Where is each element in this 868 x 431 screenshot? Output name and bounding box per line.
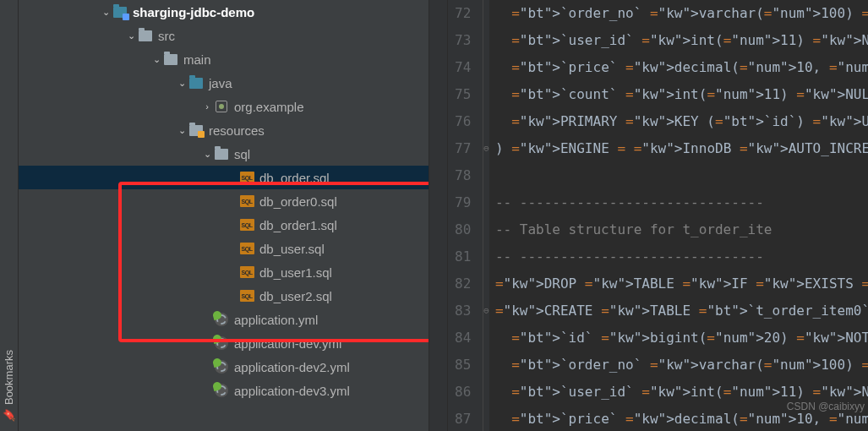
tree-item-label: application-dev2.yml	[234, 360, 429, 374]
yml-file-icon	[214, 359, 229, 374]
sql-file-icon: SQL	[239, 194, 254, 209]
tree-item-label: resources	[209, 123, 429, 138]
tree-folder-resources[interactable]: ⌄ resources	[19, 118, 429, 142]
tree-item-label: db_user2.sql	[259, 289, 429, 303]
tree-file-sql[interactable]: SQL db_order1.sql	[19, 213, 429, 237]
sql-file-icon: SQL	[239, 170, 254, 185]
tree-file-yml[interactable]: application-dev2.yml	[19, 355, 429, 379]
tree-item-label: db_order1.sql	[259, 218, 429, 232]
folder-icon	[138, 28, 153, 43]
tree-item-label: application.yml	[234, 313, 429, 327]
tree-folder-src[interactable]: ⌄ src	[19, 24, 429, 47]
yml-file-icon	[214, 312, 229, 327]
chevron-down-icon: ⌄	[99, 7, 112, 18]
sql-file-icon: SQL	[239, 217, 254, 232]
tree-folder-main[interactable]: ⌄ main	[19, 47, 429, 71]
tree-item-label: main	[183, 52, 429, 67]
tree-item-label: db_order0.sql	[259, 194, 429, 209]
tree-file-sql[interactable]: SQL db_order0.sql	[19, 189, 429, 213]
folder-icon	[163, 52, 178, 67]
chevron-down-icon: ⌄	[150, 54, 163, 65]
bookmarks-label: 🔖Bookmarks	[3, 350, 15, 423]
line-number-gutter: 72737475767778798081828384858687	[448, 0, 483, 431]
resources-folder-icon	[188, 123, 204, 138]
code-editor[interactable]: 72737475767778798081828384858687 ⊖⊖ ="bt…	[448, 0, 868, 431]
folder-icon	[188, 75, 204, 90]
tree-file-sql[interactable]: SQL db_user1.sql	[19, 260, 429, 284]
chevron-down-icon: ⌄	[124, 30, 138, 41]
yml-file-icon	[214, 336, 229, 351]
tree-item-label: db_order.sql	[259, 171, 429, 185]
tree-item-label: application-dev.yml	[234, 336, 429, 351]
tree-file-yml[interactable]: application-dev3.yml	[19, 379, 429, 402]
tree-item-label: sharging-jdbc-demo	[133, 5, 429, 19]
tree-item-label: application-dev3.yml	[234, 384, 429, 398]
chevron-down-icon: ⌄	[200, 149, 214, 160]
tree-item-label: db_user1.sql	[259, 265, 429, 280]
folder-icon	[214, 146, 229, 161]
yml-file-icon	[214, 383, 229, 398]
tree-item-label: db_user.sql	[259, 242, 429, 256]
tree-module-root[interactable]: ⌄ sharging-jdbc-demo	[19, 0, 429, 24]
tree-package[interactable]: › org.example	[19, 95, 429, 118]
tree-file-sql[interactable]: SQL db_user2.sql	[19, 284, 429, 308]
tree-file-sql[interactable]: SQL db_user.sql	[19, 237, 429, 260]
watermark: CSDN @caibixyy	[787, 393, 865, 420]
tree-item-label: sql	[234, 147, 429, 161]
sql-file-icon: SQL	[239, 241, 254, 256]
sql-file-icon: SQL	[239, 288, 254, 303]
tree-folder-java[interactable]: ⌄ java	[19, 71, 429, 95]
chevron-down-icon: ⌄	[175, 78, 188, 89]
package-icon	[214, 99, 229, 114]
file-tree[interactable]: ⌄ sharging-jdbc-demo ⌄ src ⌄ main ⌄ java…	[19, 0, 429, 431]
tree-item-label: src	[158, 29, 429, 43]
tree-file-yml[interactable]: application.yml	[19, 308, 429, 331]
code-area[interactable]: ="bt">`order_no` ="kw">varchar(="num">10…	[490, 0, 868, 431]
module-icon	[112, 4, 128, 19]
tree-file-yml[interactable]: application-dev.yml	[19, 331, 429, 355]
sql-file-icon: SQL	[239, 265, 254, 280]
tree-item-label: org.example	[234, 100, 429, 114]
chevron-right-icon: ›	[200, 101, 214, 112]
divider	[429, 0, 448, 431]
tree-item-label: java	[209, 76, 429, 90]
chevron-down-icon: ⌄	[175, 125, 188, 136]
tree-folder-sql[interactable]: ⌄ sql	[19, 142, 429, 166]
fold-gutter: ⊖⊖	[483, 0, 490, 431]
bookmarks-tab[interactable]: 🔖Bookmarks	[0, 0, 19, 431]
tree-file-sql[interactable]: SQL db_order.sql	[19, 166, 429, 189]
